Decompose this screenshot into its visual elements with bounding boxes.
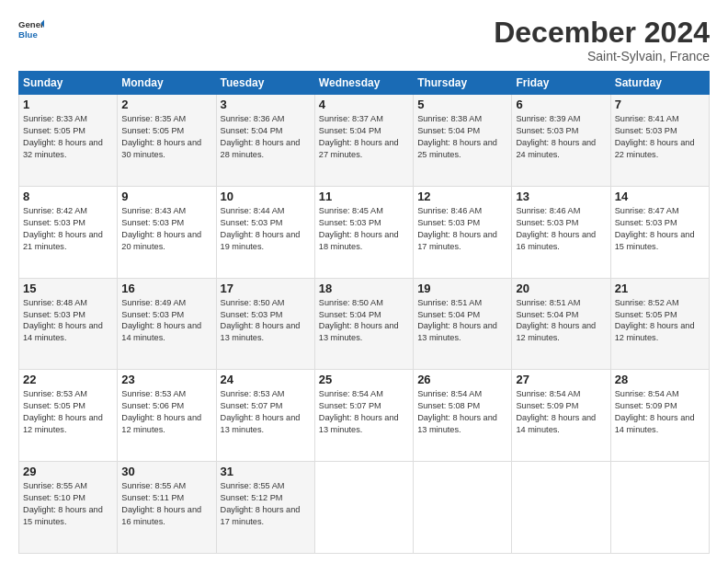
cell-info: Sunrise: 8:37 AMSunset: 5:04 PMDaylight:… [319,114,399,159]
calendar-header-row: Sunday Monday Tuesday Wednesday Thursday… [19,72,710,95]
table-row: 30 Sunrise: 8:55 AMSunset: 5:11 PMDaylig… [118,462,216,554]
day-number: 22 [23,373,113,386]
cell-info: Sunrise: 8:36 AMSunset: 5:04 PMDaylight:… [221,114,301,159]
calendar-week-row: 29 Sunrise: 8:55 AMSunset: 5:10 PMDaylig… [19,462,710,554]
day-number: 2 [121,98,211,111]
cell-info: Sunrise: 8:53 AMSunset: 5:06 PMDaylight:… [121,389,201,434]
table-row: 19 Sunrise: 8:51 AMSunset: 5:04 PMDaylig… [414,278,512,370]
day-number: 3 [221,98,311,111]
table-row: 25 Sunrise: 8:54 AMSunset: 5:07 PMDaylig… [314,370,413,462]
table-row [610,462,709,554]
day-number: 4 [319,98,409,111]
table-row: 18 Sunrise: 8:50 AMSunset: 5:04 PMDaylig… [314,278,413,370]
day-number: 12 [417,190,507,203]
cell-info: Sunrise: 8:44 AMSunset: 5:03 PMDaylight:… [221,206,301,251]
day-number: 6 [516,98,606,111]
cell-info: Sunrise: 8:54 AMSunset: 5:09 PMDaylight:… [516,389,596,434]
day-number: 30 [121,465,211,478]
logo: General Blue [18,17,44,42]
cell-info: Sunrise: 8:42 AMSunset: 5:03 PMDaylight:… [23,206,103,251]
table-row: 10 Sunrise: 8:44 AMSunset: 5:03 PMDaylig… [216,186,314,278]
table-row: 28 Sunrise: 8:54 AMSunset: 5:09 PMDaylig… [610,370,709,462]
cell-info: Sunrise: 8:33 AMSunset: 5:05 PMDaylight:… [23,114,103,159]
cell-info: Sunrise: 8:41 AMSunset: 5:03 PMDaylight:… [615,114,695,159]
cell-info: Sunrise: 8:48 AMSunset: 5:03 PMDaylight:… [23,298,103,343]
logo-icon: General Blue [18,17,44,42]
cell-info: Sunrise: 8:55 AMSunset: 5:11 PMDaylight:… [121,481,201,526]
day-number: 11 [319,190,409,203]
cell-info: Sunrise: 8:54 AMSunset: 5:09 PMDaylight:… [615,389,695,434]
day-number: 5 [417,98,507,111]
cell-info: Sunrise: 8:43 AMSunset: 5:03 PMDaylight:… [121,206,201,251]
cell-info: Sunrise: 8:39 AMSunset: 5:03 PMDaylight:… [516,114,596,159]
cell-info: Sunrise: 8:54 AMSunset: 5:08 PMDaylight:… [417,389,497,434]
day-number: 7 [615,98,705,111]
day-number: 21 [615,282,705,295]
table-row: 22 Sunrise: 8:53 AMSunset: 5:05 PMDaylig… [19,370,118,462]
day-number: 31 [221,465,311,478]
cell-info: Sunrise: 8:46 AMSunset: 5:03 PMDaylight:… [417,206,497,251]
day-number: 13 [516,190,606,203]
title-block: December 2024 Saint-Sylvain, France [494,17,710,63]
col-saturday: Saturday [610,72,709,95]
table-row: 23 Sunrise: 8:53 AMSunset: 5:06 PMDaylig… [118,370,216,462]
table-row: 24 Sunrise: 8:53 AMSunset: 5:07 PMDaylig… [216,370,314,462]
cell-info: Sunrise: 8:51 AMSunset: 5:04 PMDaylight:… [417,298,497,343]
cell-info: Sunrise: 8:38 AMSunset: 5:04 PMDaylight:… [417,114,497,159]
cell-info: Sunrise: 8:50 AMSunset: 5:04 PMDaylight:… [319,298,399,343]
day-number: 8 [23,190,113,203]
table-row: 17 Sunrise: 8:50 AMSunset: 5:03 PMDaylig… [216,278,314,370]
table-row: 8 Sunrise: 8:42 AMSunset: 5:03 PMDayligh… [19,186,118,278]
table-row: 2 Sunrise: 8:35 AMSunset: 5:05 PMDayligh… [118,95,216,187]
table-row: 3 Sunrise: 8:36 AMSunset: 5:04 PMDayligh… [216,95,314,187]
cell-info: Sunrise: 8:35 AMSunset: 5:05 PMDaylight:… [121,114,201,159]
day-number: 29 [23,465,113,478]
cell-info: Sunrise: 8:50 AMSunset: 5:03 PMDaylight:… [221,298,301,343]
table-row [512,462,610,554]
svg-text:General: General [18,19,44,29]
cell-info: Sunrise: 8:53 AMSunset: 5:07 PMDaylight:… [221,389,301,434]
table-row: 20 Sunrise: 8:51 AMSunset: 5:04 PMDaylig… [512,278,610,370]
table-row: 21 Sunrise: 8:52 AMSunset: 5:05 PMDaylig… [610,278,709,370]
day-number: 18 [319,282,409,295]
cell-info: Sunrise: 8:47 AMSunset: 5:03 PMDaylight:… [615,206,695,251]
table-row: 13 Sunrise: 8:46 AMSunset: 5:03 PMDaylig… [512,186,610,278]
day-number: 26 [417,373,507,386]
day-number: 24 [221,373,311,386]
col-friday: Friday [512,72,610,95]
day-number: 15 [23,282,113,295]
cell-info: Sunrise: 8:52 AMSunset: 5:05 PMDaylight:… [615,298,695,343]
table-row: 31 Sunrise: 8:55 AMSunset: 5:12 PMDaylig… [216,462,314,554]
calendar-week-row: 15 Sunrise: 8:48 AMSunset: 5:03 PMDaylig… [19,278,710,370]
table-row [414,462,512,554]
cell-info: Sunrise: 8:54 AMSunset: 5:07 PMDaylight:… [319,389,399,434]
header: General Blue December 2024 Saint-Sylvain… [18,17,710,63]
day-number: 14 [615,190,705,203]
table-row: 16 Sunrise: 8:49 AMSunset: 5:03 PMDaylig… [118,278,216,370]
table-row: 29 Sunrise: 8:55 AMSunset: 5:10 PMDaylig… [19,462,118,554]
col-tuesday: Tuesday [216,72,314,95]
table-row: 7 Sunrise: 8:41 AMSunset: 5:03 PMDayligh… [610,95,709,187]
table-row: 4 Sunrise: 8:37 AMSunset: 5:04 PMDayligh… [314,95,413,187]
table-row: 26 Sunrise: 8:54 AMSunset: 5:08 PMDaylig… [414,370,512,462]
col-sunday: Sunday [19,72,118,95]
table-row: 5 Sunrise: 8:38 AMSunset: 5:04 PMDayligh… [414,95,512,187]
cell-info: Sunrise: 8:49 AMSunset: 5:03 PMDaylight:… [121,298,201,343]
cell-info: Sunrise: 8:53 AMSunset: 5:05 PMDaylight:… [23,389,103,434]
page: General Blue December 2024 Saint-Sylvain… [0,0,728,563]
table-row: 6 Sunrise: 8:39 AMSunset: 5:03 PMDayligh… [512,95,610,187]
day-number: 17 [221,282,311,295]
table-row: 27 Sunrise: 8:54 AMSunset: 5:09 PMDaylig… [512,370,610,462]
day-number: 28 [615,373,705,386]
cell-info: Sunrise: 8:51 AMSunset: 5:04 PMDaylight:… [516,298,596,343]
col-wednesday: Wednesday [314,72,413,95]
col-thursday: Thursday [414,72,512,95]
cell-info: Sunrise: 8:55 AMSunset: 5:10 PMDaylight:… [23,481,103,526]
table-row: 15 Sunrise: 8:48 AMSunset: 5:03 PMDaylig… [19,278,118,370]
table-row [314,462,413,554]
day-number: 9 [121,190,211,203]
day-number: 10 [221,190,311,203]
calendar-week-row: 8 Sunrise: 8:42 AMSunset: 5:03 PMDayligh… [19,186,710,278]
day-number: 19 [417,282,507,295]
day-number: 1 [23,98,113,111]
